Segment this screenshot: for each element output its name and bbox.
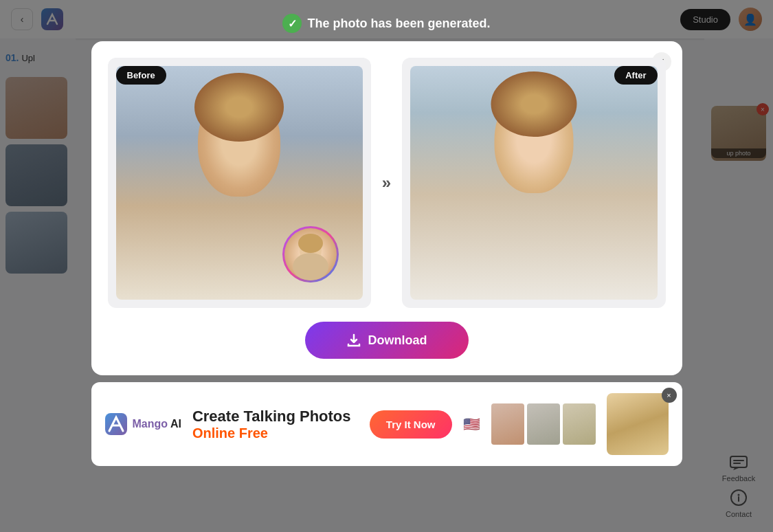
download-button[interactable]: Download <box>305 322 469 359</box>
before-image <box>116 66 363 300</box>
face-circle-svg <box>284 228 337 280</box>
ad-flag: 🇺🇸 <box>463 416 480 432</box>
ad-logo: Mango AI <box>105 413 181 435</box>
success-check-icon: ✓ <box>282 14 302 33</box>
ad-close-button[interactable]: × <box>662 388 677 403</box>
svg-point-8 <box>293 253 328 280</box>
after-image <box>410 66 657 300</box>
face-circle-inner <box>284 228 337 280</box>
svg-point-7 <box>298 234 323 253</box>
modal-overlay: ✓ The photo has been generated. × Before <box>0 0 773 532</box>
before-panel: Before <box>108 58 371 308</box>
ad-cta-button[interactable]: Try It Now <box>370 410 452 439</box>
download-icon <box>346 333 361 348</box>
after-photo <box>410 66 657 300</box>
success-toast: ✓ The photo has been generated. <box>282 14 490 33</box>
ad-title: Create Talking Photos <box>192 408 359 425</box>
ad-logo-text: Mango AI <box>133 418 181 430</box>
success-message: The photo has been generated. <box>307 16 490 31</box>
ad-banner: × Mango AI Create Talking Photos Online … <box>91 382 682 466</box>
download-label: Download <box>368 333 427 348</box>
ad-thumb-1 <box>491 403 524 445</box>
download-section: Download <box>108 322 666 359</box>
arrows-divider: » <box>382 173 391 192</box>
ad-thumb-2 <box>527 403 560 445</box>
after-panel: After <box>402 58 665 308</box>
ad-images <box>491 403 596 445</box>
ad-subtitle: Online Free <box>192 425 359 441</box>
ad-person-image <box>607 393 669 455</box>
after-badge: After <box>614 66 657 85</box>
before-badge: Before <box>116 66 166 85</box>
face-circle-wrapper <box>282 226 339 282</box>
panels-container: Before » <box>108 58 666 308</box>
main-modal: × Before <box>91 41 682 375</box>
ad-content: Create Talking Photos Online Free <box>192 408 359 441</box>
ad-thumb-3 <box>563 403 596 445</box>
ad-logo-icon <box>105 413 127 435</box>
